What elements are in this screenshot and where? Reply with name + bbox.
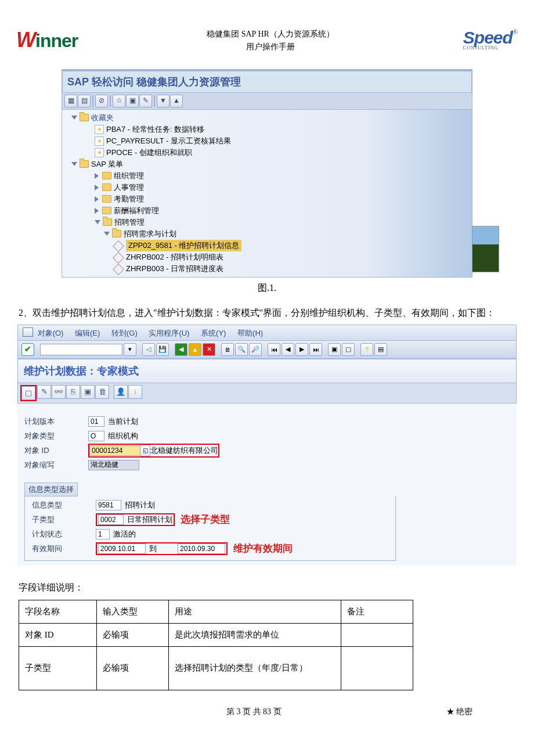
desc-obj-id: 北稳健纺织有限公司: [150, 445, 218, 456]
toolbar: ▦ ▤ ⊘ ☆ ▣ ✎ ▼ ▲: [62, 92, 472, 110]
back-icon[interactable]: ◁: [142, 343, 155, 356]
dropup-icon[interactable]: ▲: [170, 95, 183, 107]
label-info-type: 信息类型: [32, 500, 96, 510]
cancel-button[interactable]: ✕: [203, 343, 215, 356]
exit-button[interactable]: ▲: [189, 343, 201, 356]
th-remark: 备注: [341, 600, 413, 623]
toolbar-btn[interactable]: ▤: [78, 95, 91, 107]
toolbar-btn[interactable]: ▦: [64, 95, 77, 107]
toolbar-btn[interactable]: ☆: [113, 95, 125, 107]
layout-icon[interactable]: ▤: [374, 343, 387, 356]
side-image: [472, 226, 499, 272]
header-line1: 稳健集团 SAP HR（人力资源系统）: [207, 28, 334, 41]
menu-edit[interactable]: 编辑(E): [75, 329, 100, 337]
first-page-icon[interactable]: ⏮: [268, 343, 280, 356]
table-row: 对象 ID 必输项 是此次填报招聘需求的单位: [19, 623, 413, 646]
label-obj-type: 对象类型: [24, 431, 88, 441]
sap-easy-access-title: SAP 轻松访问 稳健集团人力资源管理: [62, 71, 472, 92]
tree-item[interactable]: ZHRPB002 - 招聘计划明细表: [62, 251, 472, 263]
table-row: 子类型 必输项 选择招聘计划的类型（年度/日常）: [19, 646, 413, 690]
save-icon[interactable]: 💾: [156, 343, 169, 356]
help-icon[interactable]: ?: [360, 343, 373, 356]
input-valid-from[interactable]: 2009.10.01: [98, 543, 146, 554]
next-page-icon[interactable]: ▶: [295, 343, 308, 356]
toolbar-btn[interactable]: ✎: [139, 95, 152, 107]
app-toolbar: ▢ ✎ 👓 ⎘ ▣ 🗑 👤 i: [17, 383, 517, 404]
desc-plan-status: 激活的: [113, 529, 136, 539]
toolbar-btn[interactable]: ⊘: [95, 95, 108, 107]
input-subtype[interactable]: 0002: [98, 514, 124, 525]
input-plan-version[interactable]: 01: [88, 416, 104, 427]
edit-button[interactable]: ✎: [37, 385, 51, 399]
menu-system[interactable]: 系统(Y): [201, 329, 226, 337]
info-button[interactable]: i: [128, 385, 142, 399]
field-table: 字段名称 输入类型 用途 备注 对象 ID 必输项 是此次填报招聘需求的单位 子…: [19, 600, 413, 690]
input-info-type[interactable]: 9581: [96, 500, 121, 510]
tree-item[interactable]: 组织管理: [62, 170, 472, 182]
input-obj-id[interactable]: 00001234: [89, 445, 140, 456]
desc-info-type: 招聘计划: [125, 500, 155, 510]
input-plan-status[interactable]: 1: [96, 529, 110, 539]
last-page-icon[interactable]: ⏭: [309, 343, 322, 356]
tree-item[interactable]: 薪酬福利管理: [62, 205, 472, 217]
th-input-type: 输入类型: [96, 600, 168, 623]
screen-title: 维护计划数据：专家模式: [17, 359, 517, 383]
tree-item[interactable]: 招聘管理: [62, 217, 472, 228]
desc-obj-type: 组织机构: [108, 431, 138, 441]
find-next-icon[interactable]: 🔎: [249, 343, 262, 356]
tree-sapmenu[interactable]: SAP 菜单: [62, 159, 472, 170]
toolbar-icon[interactable]: ▣: [328, 343, 341, 356]
menu-help[interactable]: 帮助(H): [237, 329, 263, 337]
f4-help-button[interactable]: ◱: [140, 445, 150, 456]
tree-item-highlighted[interactable]: ZPP02_9581 - 维护招聘计划信息: [62, 240, 472, 251]
tree-item[interactable]: ZHRPB003 - 日常招聘进度表: [62, 263, 472, 275]
tree-favorites[interactable]: 收藏夹: [62, 112, 472, 124]
figure-caption: 图.1.: [9, 282, 525, 294]
toolbar-icon[interactable]: 🗎: [221, 343, 234, 356]
logo-speed: Speed CONSULTING ®: [463, 28, 518, 51]
tree-item[interactable]: 招聘需求与计划: [62, 228, 472, 240]
section-header: 信息类型选择: [24, 483, 78, 496]
annotation-subtype: 选择子类型: [181, 513, 230, 526]
input-obj-type[interactable]: O: [88, 431, 104, 441]
enter-button[interactable]: ✔: [21, 343, 34, 356]
paragraph: 2、双击维护招聘计划信息，进入"维护计划数据：专家模式"界面，分别维护组织机构、…: [19, 304, 515, 322]
tree-item[interactable]: ★PC_PAYRESULT - 显示工资核算结果: [62, 135, 472, 147]
input-obj-abbr: 湖北稳健: [88, 460, 139, 470]
desc-subtype: 日常招聘计划: [127, 514, 172, 525]
label-plan-status: 计划状态: [32, 529, 96, 539]
find-icon[interactable]: 🔍: [235, 343, 248, 356]
create-button[interactable]: ▢: [21, 386, 35, 400]
label-plan-version: 计划版本: [24, 416, 88, 427]
th-usage: 用途: [168, 600, 341, 623]
tree-item[interactable]: ★PPOCE - 创建组织和就职: [62, 147, 472, 159]
menu-utilities[interactable]: 实用程序(U): [149, 329, 189, 337]
footer-confidential: ★ 绝密: [446, 707, 473, 717]
overview-button[interactable]: 👤: [114, 385, 128, 399]
command-field[interactable]: [40, 344, 122, 355]
logo-winner: Winner: [16, 28, 78, 52]
tree-item[interactable]: 人事管理: [62, 182, 472, 193]
delete-button[interactable]: 🗑: [95, 385, 109, 399]
back-button[interactable]: ◀: [175, 343, 187, 356]
footer-page: 第 3 页 共 83 页: [226, 707, 282, 717]
delimit-button[interactable]: ▣: [81, 385, 95, 399]
field-section-title: 字段详细说明：: [19, 582, 525, 594]
display-button[interactable]: 👓: [52, 385, 66, 399]
input-valid-to[interactable]: 2010.09.30: [178, 543, 225, 554]
prev-page-icon[interactable]: ◀: [282, 343, 294, 356]
dropdown-icon[interactable]: ▾: [124, 343, 136, 356]
menu-object[interactable]: 对象(O): [38, 329, 64, 337]
annotation-valid: 维护有效期间: [233, 542, 293, 555]
standard-toolbar: ✔ ▾ ◁ 💾 ◀ ▲ ✕ 🗎 🔍 🔎 ⏮ ◀ ▶ ⏭ ▣ ▢ ? ▤: [17, 341, 517, 359]
label-to: 到: [149, 543, 157, 554]
menu-bar: 对象(O) 编辑(E) 转到(G) 实用程序(U) 系统(Y) 帮助(H): [17, 325, 517, 341]
sap-icon[interactable]: [23, 327, 33, 337]
tree-item[interactable]: ★PBA7 - 经常性任务: 数据转移: [62, 124, 472, 135]
dropdown-icon[interactable]: ▼: [157, 95, 169, 107]
copy-button[interactable]: ⎘: [66, 385, 80, 399]
menu-goto[interactable]: 转到(G): [111, 329, 138, 337]
toolbar-btn[interactable]: ▣: [126, 95, 139, 107]
toolbar-icon[interactable]: ▢: [342, 343, 355, 356]
tree-item[interactable]: 考勤管理: [62, 193, 472, 205]
